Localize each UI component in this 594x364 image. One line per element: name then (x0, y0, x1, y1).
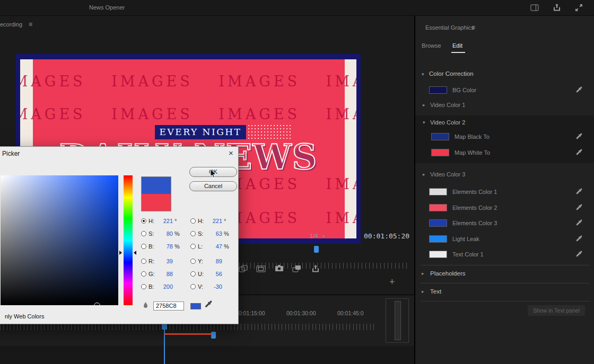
panel-menu-icon[interactable]: ≡ (29, 21, 32, 28)
hex-input[interactable]: 2758C8 (153, 301, 184, 310)
radio-button[interactable] (190, 284, 196, 289)
color-row-label: Elements Color 2 (452, 205, 497, 211)
radio-button[interactable] (141, 244, 146, 249)
field-value[interactable]: 47 (206, 243, 222, 250)
radio-button[interactable] (190, 271, 196, 277)
timeline-work-area-bar[interactable] (164, 333, 213, 335)
color-swatch[interactable] (429, 188, 447, 196)
eyedropper-icon[interactable] (575, 188, 583, 196)
field-value[interactable]: 39 (157, 258, 173, 264)
export-frame-icon[interactable] (311, 264, 320, 273)
color-row-light-leak[interactable]: Light Leak (415, 232, 594, 247)
radio-button[interactable] (141, 259, 146, 264)
radio-button[interactable] (190, 259, 196, 264)
field-unit: % (224, 243, 229, 250)
color-field-marker[interactable] (94, 303, 100, 309)
comparison-view-icon[interactable] (239, 265, 248, 273)
close-icon[interactable]: × (229, 148, 233, 157)
section-label: Placeholders (430, 270, 465, 277)
panel-menu-icon[interactable]: ≡ (471, 24, 475, 31)
export-icon[interactable] (553, 3, 561, 12)
field-value[interactable]: 221 (206, 218, 222, 224)
timeline-scrollbar-thumb[interactable] (395, 301, 401, 340)
eyedropper-icon[interactable] (204, 300, 212, 308)
section-text[interactable]: ▸ Text (415, 285, 594, 300)
hue-slider[interactable] (124, 175, 133, 305)
show-in-text-panel-button[interactable]: Show in Text panel (528, 305, 585, 316)
field-value[interactable]: 78 (157, 243, 173, 250)
eyedropper-icon[interactable] (575, 235, 583, 243)
tab-edit[interactable]: Edit (452, 42, 462, 49)
section-placeholders[interactable]: ▸ Placeholders (415, 267, 594, 282)
eyedropper-icon[interactable] (575, 204, 583, 211)
eyedropper-icon[interactable] (575, 251, 583, 258)
monitor-timecode[interactable]: 00:01:05:20 (364, 232, 409, 240)
color-swatch[interactable] (431, 133, 449, 140)
camera-snapshot-icon[interactable] (275, 264, 284, 272)
radio-button[interactable] (141, 218, 146, 224)
hex-swatch-icon (143, 301, 148, 308)
color-swatch[interactable] (429, 219, 447, 227)
video-bg-text-row: IMAGES IMAGES IMAGES IMAGES IMAGES IMAGE… (20, 106, 356, 122)
safe-margins-icon[interactable] (256, 265, 266, 273)
workspace-panel-icon[interactable] (530, 4, 539, 12)
only-web-colors-label[interactable]: nly Web Colors (5, 313, 44, 319)
field-value[interactable]: 221 (157, 218, 173, 224)
eyedropper-icon[interactable] (575, 86, 583, 94)
field-label: H: (148, 218, 157, 224)
eyedropper-icon[interactable] (575, 133, 583, 140)
color-swatch[interactable] (429, 251, 447, 258)
timeline-clip-marker[interactable] (211, 332, 216, 339)
color-row-elements-1[interactable]: Elements Color 1 (415, 184, 594, 200)
tab-browse[interactable]: Browse (422, 42, 441, 49)
radio-button[interactable] (190, 218, 196, 224)
color-row-elements-3[interactable]: Elements Color 3 (415, 216, 594, 231)
monitor-playhead[interactable] (314, 246, 319, 253)
color-row-elements-2[interactable]: Elements Color 2 (415, 200, 594, 216)
eyedropper-icon[interactable] (575, 219, 583, 227)
field-v: V:-30 (190, 283, 224, 291)
field-value[interactable]: 200 (157, 283, 173, 290)
cancel-button[interactable]: Cancel (189, 181, 237, 191)
radio-button[interactable] (141, 284, 146, 289)
field-value[interactable]: 80 (157, 230, 173, 237)
group-video-color-1[interactable]: ▸ Video Color 1 (415, 99, 594, 114)
group-video-color-2[interactable]: ▾ Video Color 2 Map Black To Map White T… (415, 116, 594, 163)
color-swatch[interactable] (431, 149, 449, 156)
eyedropper-icon[interactable] (575, 149, 583, 156)
hue-slider-arrow-left[interactable] (119, 251, 122, 255)
timeline-scrollbar-track[interactable] (386, 298, 409, 343)
section-label: Text (430, 288, 441, 295)
field-value[interactable]: 89 (206, 258, 222, 264)
color-row-map-white-to[interactable]: Map White To (415, 145, 594, 161)
add-button-icon[interactable]: + (389, 277, 395, 288)
multi-camera-icon[interactable] (292, 265, 302, 273)
color-row-bg-color[interactable]: BG Color (415, 83, 594, 98)
saturation-brightness-field[interactable] (1, 175, 118, 305)
radio-button[interactable] (190, 244, 196, 249)
section-color-correction[interactable]: ▾ Color Correction (415, 69, 594, 81)
divider (421, 301, 589, 301)
radio-button[interactable] (141, 271, 146, 277)
color-row-map-black-to[interactable]: Map Black To (415, 129, 594, 145)
radio-button[interactable] (190, 231, 196, 236)
field-label: Y: (198, 258, 206, 264)
group-video-color-3[interactable]: ▸ Video Color 3 (415, 168, 594, 183)
color-row-text-color-1[interactable]: Text Color 1 (415, 247, 594, 262)
fullscreen-icon[interactable] (575, 4, 583, 12)
field-label: V: (198, 283, 206, 290)
field-value[interactable]: 88 (157, 271, 173, 277)
field-value[interactable]: -30 (206, 283, 222, 290)
panel-tab-recording[interactable]: ecording (0, 21, 22, 28)
zoom-level-select[interactable]: 1/4 ▾ (310, 233, 325, 239)
field-unit: % (174, 243, 180, 250)
video-bg-text-row: IMAGES IMAGES IMAGES IMAGES IMAGES IMAGE… (20, 73, 356, 90)
field-value[interactable]: 63 (206, 230, 222, 237)
color-swatch[interactable] (429, 86, 447, 94)
timeline-ruler-ticks[interactable] (0, 324, 374, 330)
hue-slider-arrow-right[interactable] (134, 251, 136, 255)
color-swatch[interactable] (429, 235, 447, 243)
color-swatch[interactable] (429, 204, 447, 211)
radio-button[interactable] (141, 231, 146, 236)
field-value[interactable]: 56 (206, 271, 222, 277)
